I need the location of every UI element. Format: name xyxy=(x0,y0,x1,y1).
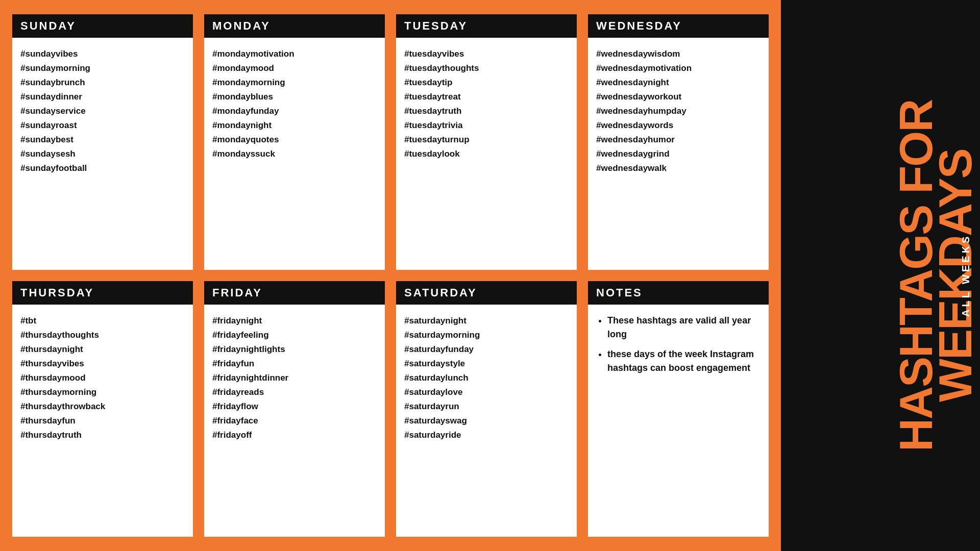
sunday-hashtag-8: #sundaysesh xyxy=(20,147,185,161)
friday-hashtag-8: #fridayface xyxy=(212,414,377,428)
monday-hashtag-4: #mondayblues xyxy=(212,90,377,104)
thursday-hashtag-4: #thursdayvibes xyxy=(20,357,185,371)
saturday-hashtag-7: #saturdayrun xyxy=(404,399,569,414)
monday-hashtag-6: #mondaynight xyxy=(212,118,377,133)
thursday-hashtag-8: #thursdayfun xyxy=(20,414,185,428)
thursday-hashtag-6: #thursdaymorning xyxy=(20,385,185,399)
thursday-hashtag-5: #thursdaymood xyxy=(20,371,185,385)
thursday-hashtag-9: #thursdaytruth xyxy=(20,428,185,442)
friday-hashtag-7: #fridayflow xyxy=(212,399,377,414)
sunday-hashtag-3: #sundaybrunch xyxy=(20,76,185,90)
saturday-hashtag-3: #saturdayfunday xyxy=(404,342,569,357)
wednesday-hashtag-1: #wednesdaywisdom xyxy=(596,47,761,61)
wednesday-hashtag-3: #wednesdaynight xyxy=(596,76,761,90)
wednesday-hashtag-6: #wednesdaywords xyxy=(596,118,761,133)
monday-header: MONDAY xyxy=(204,14,385,38)
friday-hashtag-1: #fridaynight xyxy=(212,314,377,328)
notes-header: NOTES xyxy=(588,281,769,305)
notes-body: These hashtags are valid all year long t… xyxy=(588,305,769,537)
notes-item-1: These hashtags are valid all year long xyxy=(607,314,758,341)
tuesday-hashtag-1: #tuesdayvibes xyxy=(404,47,569,61)
wednesday-hashtag-8: #wednesdaygrind xyxy=(596,147,761,161)
sunday-card: SUNDAY #sundayvibes #sundaymorning #sund… xyxy=(12,14,193,270)
saturday-body: #saturdaynight #saturdaymorning #saturda… xyxy=(396,305,577,537)
saturday-header: SATURDAY xyxy=(396,281,577,305)
monday-hashtag-2: #mondaymood xyxy=(212,61,377,76)
thursday-hashtag-7: #thursdaythrowback xyxy=(20,399,185,414)
thursday-hashtag-2: #thursdaythoughts xyxy=(20,328,185,342)
friday-hashtag-9: #fridayoff xyxy=(212,428,377,442)
tuesday-card: TUESDAY #tuesdayvibes #tuesdaythoughts #… xyxy=(396,14,577,270)
sunday-hashtag-5: #sundayservice xyxy=(20,104,185,118)
tuesday-hashtag-6: #tuesdaytrivia xyxy=(404,118,569,133)
tuesday-hashtag-2: #tuesdaythoughts xyxy=(404,61,569,76)
saturday-hashtag-1: #saturdaynight xyxy=(404,314,569,328)
tuesday-hashtag-3: #tuesdaytip xyxy=(404,76,569,90)
saturday-hashtag-8: #saturdayswag xyxy=(404,414,569,428)
saturday-hashtag-5: #saturdaylunch xyxy=(404,371,569,385)
tuesday-hashtag-5: #tuesdaytruth xyxy=(404,104,569,118)
sunday-hashtag-9: #sundayfootball xyxy=(20,161,185,176)
sunday-body: #sundayvibes #sundaymorning #sundaybrunc… xyxy=(12,38,193,270)
saturday-hashtag-2: #saturdaymorning xyxy=(404,328,569,342)
friday-hashtag-2: #fridayfeeling xyxy=(212,328,377,342)
sunday-hashtag-7: #sundaybest xyxy=(20,133,185,147)
sunday-header: SUNDAY xyxy=(12,14,193,38)
tuesday-hashtag-7: #tuesdayturnup xyxy=(404,133,569,147)
saturday-hashtag-6: #saturdaylove xyxy=(404,385,569,399)
thursday-body: #tbt #thursdaythoughts #thursdaynight #t… xyxy=(12,305,193,537)
wednesday-hashtag-4: #wednesdayworkout xyxy=(596,90,761,104)
right-sidebar: HASHTAGS FOR WEEKDAYS ALL WEEKS xyxy=(781,0,980,551)
friday-hashtag-6: #fridayreads xyxy=(212,385,377,399)
friday-header: FRIDAY xyxy=(204,281,385,305)
sunday-hashtag-2: #sundaymorning xyxy=(20,61,185,76)
monday-hashtag-3: #mondaymorning xyxy=(212,76,377,90)
main-grid: SUNDAY #sundayvibes #sundaymorning #sund… xyxy=(0,0,781,551)
sunday-hashtag-1: #sundayvibes xyxy=(20,47,185,61)
saturday-hashtag-9: #saturdayride xyxy=(404,428,569,442)
wednesday-hashtag-9: #wednesdaywalk xyxy=(596,161,761,176)
friday-hashtag-4: #fridayfun xyxy=(212,357,377,371)
saturday-card: SATURDAY #saturdaynight #saturdaymorning… xyxy=(396,281,577,537)
wednesday-body: #wednesdaywisdom #wednesdaymotivation #w… xyxy=(588,38,769,270)
friday-hashtag-3: #fridaynightlights xyxy=(212,342,377,357)
monday-hashtag-7: #mondayquotes xyxy=(212,133,377,147)
wednesday-hashtag-5: #wednesdayhumpday xyxy=(596,104,761,118)
wednesday-hashtag-2: #wednesdaymotivation xyxy=(596,61,761,76)
tuesday-header: TUESDAY xyxy=(396,14,577,38)
thursday-hashtag-3: #thursdaynight xyxy=(20,342,185,357)
thursday-card: THURSDAY #tbt #thursdaythoughts #thursda… xyxy=(12,281,193,537)
thursday-hashtag-1: #tbt xyxy=(20,314,185,328)
friday-card: FRIDAY #fridaynight #fridayfeeling #frid… xyxy=(204,281,385,537)
tuesday-hashtag-8: #tuesdaylook xyxy=(404,147,569,161)
monday-body: #mondaymotivation #mondaymood #mondaymor… xyxy=(204,38,385,270)
thursday-header: THURSDAY xyxy=(12,281,193,305)
saturday-hashtag-4: #saturdaystyle xyxy=(404,357,569,371)
friday-body: #fridaynight #fridayfeeling #fridaynight… xyxy=(204,305,385,537)
friday-hashtag-5: #fridaynightdinner xyxy=(212,371,377,385)
wednesday-header: WEDNESDAY xyxy=(588,14,769,38)
monday-hashtag-5: #mondayfunday xyxy=(212,104,377,118)
monday-card: MONDAY #mondaymotivation #mondaymood #mo… xyxy=(204,14,385,270)
sidebar-sub-label: ALL WEEKS xyxy=(960,0,972,551)
tuesday-body: #tuesdayvibes #tuesdaythoughts #tuesdayt… xyxy=(396,38,577,270)
sunday-hashtag-6: #sundayroast xyxy=(20,118,185,133)
notes-item-2: these days of the week Instagram hashtag… xyxy=(607,347,758,375)
monday-hashtag-1: #mondaymotivation xyxy=(212,47,377,61)
monday-hashtag-8: #mondayssuck xyxy=(212,147,377,161)
wednesday-hashtag-7: #wednesdayhumor xyxy=(596,133,761,147)
sunday-hashtag-4: #sundaydinner xyxy=(20,90,185,104)
wednesday-card: WEDNESDAY #wednesdaywisdom #wednesdaymot… xyxy=(588,14,769,270)
tuesday-hashtag-4: #tuesdaytreat xyxy=(404,90,569,104)
notes-card: NOTES These hashtags are valid all year … xyxy=(588,281,769,537)
